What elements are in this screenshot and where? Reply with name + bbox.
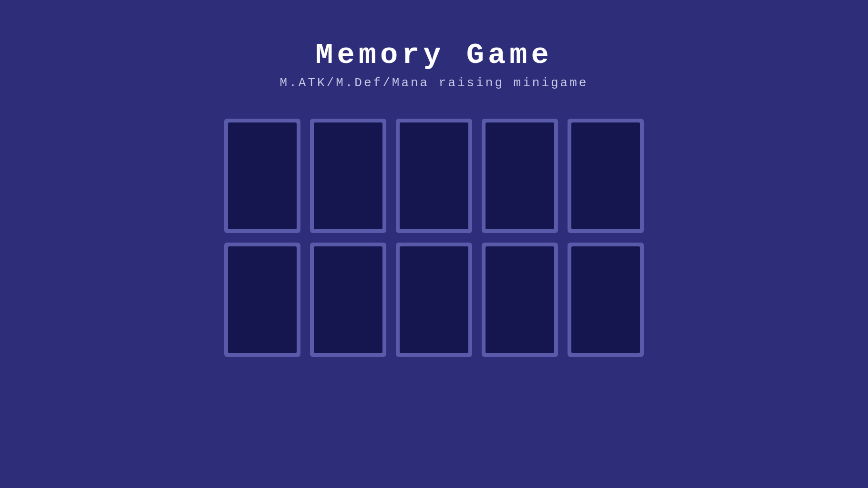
memory-card[interactable] — [568, 119, 644, 233]
game-header: Memory Game M.ATK/M.Def/Mana raising min… — [280, 38, 589, 90]
card-face — [314, 246, 382, 353]
game-title: Memory Game — [280, 38, 589, 72]
card-face — [400, 246, 468, 353]
memory-card[interactable] — [224, 243, 300, 357]
memory-card[interactable] — [310, 243, 386, 357]
memory-card[interactable] — [224, 119, 300, 233]
memory-card[interactable] — [568, 243, 644, 357]
card-face — [571, 122, 640, 229]
card-grid — [224, 119, 644, 357]
card-face — [400, 122, 468, 229]
memory-card[interactable] — [310, 119, 386, 233]
card-face — [228, 122, 297, 229]
card-face — [486, 246, 554, 353]
card-face — [486, 122, 554, 229]
memory-card[interactable] — [396, 243, 472, 357]
card-face — [228, 246, 297, 353]
card-face — [571, 246, 640, 353]
game-subtitle: M.ATK/M.Def/Mana raising minigame — [280, 76, 589, 90]
memory-card[interactable] — [482, 119, 558, 233]
memory-card[interactable] — [482, 243, 558, 357]
memory-card[interactable] — [396, 119, 472, 233]
card-face — [314, 122, 382, 229]
